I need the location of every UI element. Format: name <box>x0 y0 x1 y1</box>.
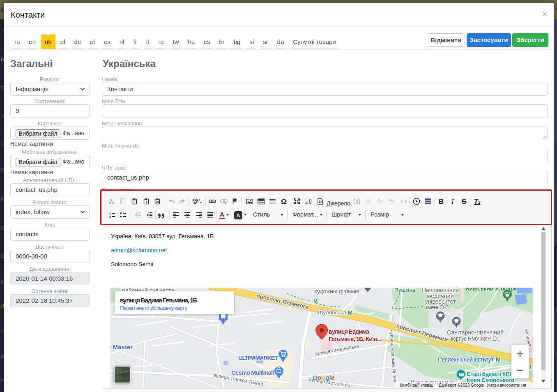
svg-text:М: М <box>313 298 318 304</box>
svg-text:імені О.О...: імені О.О... <box>426 304 454 311</box>
svg-text:G: G <box>313 374 318 381</box>
svg-text:М: М <box>496 356 501 363</box>
svg-text:Шулявська: Шулявська <box>318 309 346 316</box>
svg-text:T: T <box>145 200 147 204</box>
svg-text:2: 2 <box>109 215 111 218</box>
svg-text:Дані карт ©2023 Google: Дані карт ©2023 Google <box>439 383 484 387</box>
svg-text:Ω: Ω <box>281 198 287 205</box>
svg-text:g: g <box>325 374 329 381</box>
svg-text:Санітарно-гігієнічний: Санітарно-гігієнічний <box>447 329 504 336</box>
svg-text:Пушкіна: Пушкіна <box>394 288 416 293</box>
svg-text:A: A <box>366 199 370 205</box>
svg-text:Комбінації клавіш: Комбінації клавіш <box>400 383 433 387</box>
svg-text:1: 1 <box>109 212 111 215</box>
svg-text:Старі будівлі КПІ: Старі будівлі КПІ <box>467 371 511 377</box>
svg-text:вулиця Вадима Гетьмана, 1Б: вулиця Вадима Гетьмана, 1Б <box>120 297 198 304</box>
svg-text:художніх фільмів...: художніх фільмів... <box>314 288 364 295</box>
svg-text:ABC: ABC <box>192 198 200 202</box>
svg-text:o: o <box>322 374 325 381</box>
svg-text:М: М <box>348 309 353 316</box>
svg-text:ULTRAMARKET: ULTRAMARKET <box>238 354 278 361</box>
svg-text:Політехнічний інститут: Політехнічний інститут <box>438 356 494 363</box>
svg-text:W: W <box>156 201 159 204</box>
svg-text:A: A <box>236 212 240 219</box>
svg-text:Переглянути збільшену карту: Переглянути збільшену карту <box>120 305 187 311</box>
svg-text:o: o <box>318 374 321 381</box>
svg-text:корпус НМУ імені О...: корпус НМУ імені О... <box>451 335 501 342</box>
svg-text:вулиця Вадима: вулиця Вадима <box>329 328 370 335</box>
svg-text:I: I <box>530 363 532 370</box>
svg-text:e: e <box>331 374 335 381</box>
svg-text:Гетьмана, 1Б, Київ...: Гетьмана, 1Б, Київ... <box>329 335 381 342</box>
svg-text:Cosmo Multimall: Cosmo Multimall <box>231 369 274 376</box>
svg-text:5 Master: 5 Master <box>110 344 133 350</box>
svg-text:Умови використання: Умови використання <box>487 383 526 387</box>
